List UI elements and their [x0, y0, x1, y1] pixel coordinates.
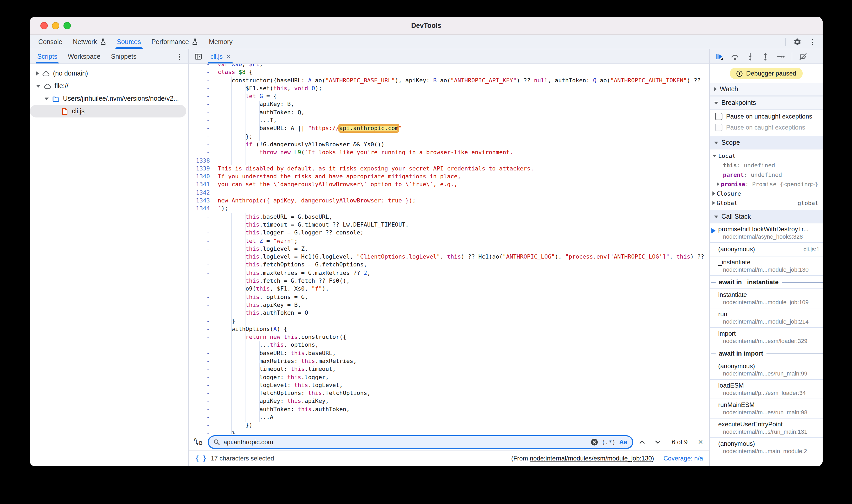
call-stack-frame[interactable]: (anonymous)node:internal/m...main_module… — [710, 438, 823, 457]
code-line[interactable]: -class $8 { — [189, 69, 709, 76]
code-line[interactable]: - this.authToken = Q — [189, 309, 709, 317]
call-stack-frame[interactable]: importnode:internal/m...esm/loader:329 — [710, 328, 823, 347]
regex-toggle[interactable]: (.*) — [602, 439, 616, 446]
more-options-icon[interactable]: ⋮ — [809, 38, 816, 46]
scope-row[interactable]: Globalglobal — [710, 198, 823, 208]
line-gutter[interactable]: - — [189, 381, 210, 390]
line-gutter[interactable]: - — [189, 277, 210, 285]
call-stack-frame[interactable]: runnode:internal/m...module_job:214 — [710, 308, 823, 328]
clear-search-icon[interactable] — [591, 438, 598, 446]
line-gutter[interactable]: 1344 — [189, 205, 210, 213]
line-gutter[interactable]: - — [189, 116, 210, 125]
replace-toggle-icon[interactable]: A↳B — [193, 437, 202, 447]
pretty-print-icon[interactable]: { } — [195, 455, 207, 462]
line-gutter[interactable]: - — [189, 69, 210, 76]
section-breakpoints[interactable]: Breakpoints — [710, 96, 823, 110]
code-line[interactable]: - constructor({baseURL: A=ao("ANTHROPIC_… — [189, 76, 709, 85]
line-gutter[interactable]: 1341 — [189, 181, 210, 189]
pause-caught-exceptions-row[interactable]: Pause on caught exceptions — [710, 122, 823, 133]
code-line[interactable]: - logLevel: this.logLevel, — [189, 381, 709, 390]
tab-console[interactable]: Console — [33, 35, 68, 49]
toggle-navigator-icon[interactable] — [191, 49, 206, 64]
line-gutter[interactable]: 1343 — [189, 197, 210, 205]
code-line[interactable]: - this._options = G, — [189, 293, 709, 301]
tab-workspace[interactable]: Workspace — [63, 49, 106, 64]
line-gutter[interactable]: - — [189, 213, 210, 221]
call-stack-frame[interactable]: _instantiatenode:internal/m...module_job… — [710, 256, 823, 276]
call-stack-frame[interactable]: loadESMnode:internal/p.../esm_loader:34 — [710, 380, 823, 399]
tab-scripts[interactable]: Scripts — [32, 49, 63, 64]
tree-disclosure-icon[interactable] — [45, 97, 49, 100]
scope-disclosure-icon[interactable] — [712, 201, 715, 205]
line-gutter[interactable]: - — [189, 373, 210, 381]
tree-disclosure-icon[interactable] — [36, 85, 40, 87]
line-gutter[interactable]: - — [189, 125, 210, 133]
call-stack-frame[interactable]: promiseInitHookWithDestroyTr...node:inte… — [710, 223, 823, 243]
line-gutter[interactable]: - — [189, 237, 210, 245]
checkbox-icon[interactable] — [715, 112, 723, 120]
code-line[interactable]: 1342 — [189, 189, 709, 197]
code-line[interactable]: - o9(this, $F1, Xs0, "f"), — [189, 285, 709, 293]
code-line[interactable]: - this.timeout = G.timeout ?? Lw.DEFAULT… — [189, 221, 709, 229]
call-stack-frame[interactable]: instantiatenode:internal/m...module_job:… — [710, 289, 823, 308]
call-stack-frame[interactable]: (anonymous)node:internal/m...es/run_main… — [710, 360, 823, 380]
code-line[interactable]: 1344`); — [189, 205, 709, 213]
code-line[interactable]: - this.baseURL = G.baseURL, — [189, 213, 709, 221]
line-gutter[interactable]: 1338 — [189, 157, 210, 165]
code-line[interactable]: - maxRetries: this.maxRetries, — [189, 357, 709, 365]
code-line[interactable]: - if (!G.dangerouslyAllowBrowser && Ys0(… — [189, 141, 709, 149]
line-gutter[interactable]: - — [189, 101, 210, 109]
code-line[interactable]: - apiKey: this.apiKey, — [189, 397, 709, 406]
scope-row[interactable]: this: undefined — [710, 161, 823, 170]
line-gutter[interactable]: - — [189, 261, 210, 269]
code-line[interactable]: - }; — [189, 132, 709, 141]
tree-item[interactable]: (no domain) — [30, 67, 188, 80]
line-gutter[interactable]: - — [189, 64, 210, 69]
code-line[interactable]: 1338 — [189, 157, 709, 165]
close-tab-icon[interactable]: × — [226, 52, 230, 60]
tab-memory[interactable]: Memory — [203, 35, 238, 49]
line-gutter[interactable]: - — [189, 413, 210, 421]
section-scope[interactable]: Scope — [710, 136, 823, 149]
line-gutter[interactable]: 1340 — [189, 173, 210, 181]
line-gutter[interactable]: - — [189, 293, 210, 301]
line-gutter[interactable]: - — [189, 309, 210, 317]
line-gutter[interactable]: 1339 — [189, 165, 210, 173]
code-line[interactable]: - ...A — [189, 413, 709, 421]
call-stack-frame[interactable]: executeUserEntryPointnode:internal/m...s… — [710, 418, 823, 438]
next-match-icon[interactable] — [654, 438, 661, 446]
line-gutter[interactable]: - — [189, 357, 210, 365]
call-stack-frame[interactable]: (anonymous)cli.js:1 — [710, 243, 823, 256]
line-gutter[interactable]: - — [189, 341, 210, 349]
line-gutter[interactable]: - — [189, 429, 210, 434]
code-line[interactable]: - $F1.set(this, void 0); — [189, 85, 709, 93]
line-gutter[interactable]: - — [189, 285, 210, 293]
deactivate-breakpoints-icon[interactable] — [799, 52, 807, 60]
tree-item[interactable]: Users/jinhuilee/.nvm/versions/node/v2... — [30, 92, 188, 105]
code-line[interactable]: - apiKey: B, — [189, 101, 709, 109]
code-line[interactable]: - let Z = "warn"; — [189, 237, 709, 245]
line-gutter[interactable]: - — [189, 269, 210, 277]
line-gutter[interactable]: - — [189, 333, 210, 341]
checkbox-icon[interactable] — [715, 124, 723, 131]
previous-match-icon[interactable] — [638, 438, 645, 446]
source-origin-link[interactable]: node:internal/modules/esm/module_job:130 — [530, 455, 652, 462]
line-gutter[interactable]: - — [189, 245, 210, 253]
code-line[interactable]: - baseURL: this.baseURL, — [189, 349, 709, 357]
step-into-icon[interactable] — [746, 52, 755, 60]
step-icon[interactable] — [777, 52, 785, 60]
code-line[interactable]: - withOptions(A) { — [189, 325, 709, 333]
line-gutter[interactable]: - — [189, 325, 210, 333]
code-line[interactable]: - authToken: this.authToken, — [189, 406, 709, 414]
line-gutter[interactable]: - — [189, 421, 210, 430]
code-line[interactable]: - authToken: Q, — [189, 109, 709, 117]
code-line[interactable]: - this.apiKey = B, — [189, 301, 709, 309]
navigator-more-icon[interactable]: ⋮ — [176, 53, 183, 60]
tree-item[interactable]: file:// — [30, 80, 188, 92]
tab-sources[interactable]: Sources — [111, 35, 146, 49]
line-gutter[interactable]: - — [189, 301, 210, 309]
code-line[interactable]: - throw new L9(`It looks like you're run… — [189, 149, 709, 157]
code-line[interactable]: - timeout: this.timeout, — [189, 365, 709, 373]
scope-row[interactable]: parent: undefined — [710, 170, 823, 179]
code-line[interactable]: - this.logLevel = Hc1(G.logLevel, "Clien… — [189, 253, 709, 261]
